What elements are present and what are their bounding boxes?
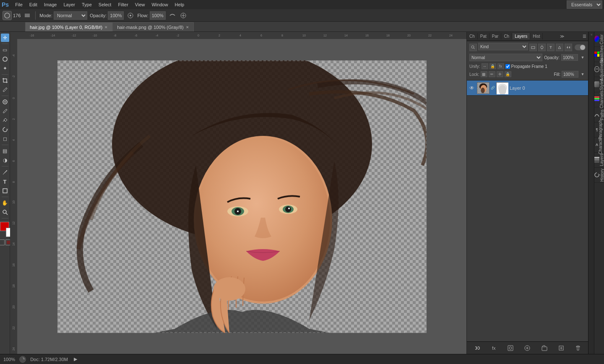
standard-mode[interactable]: [0, 239, 5, 245]
opacity-arrow[interactable]: ▼: [580, 54, 586, 61]
lock-image-btn[interactable]: ✏: [489, 71, 495, 77]
rotate-view-btn[interactable]: [19, 356, 26, 363]
mode-select[interactable]: Normal: [54, 11, 87, 20]
layers-panel-menu[interactable]: ☰: [581, 33, 588, 39]
layers-tab-ch[interactable]: Ch: [467, 33, 478, 39]
tool-brush[interactable]: [1, 107, 9, 115]
layers-tab-hist[interactable]: Hist: [530, 33, 543, 39]
unify-pos-btn[interactable]: ↔: [482, 63, 488, 69]
menu-layer[interactable]: Layer: [60, 1, 78, 8]
sidebar-panel-channels[interactable]: Channels: [594, 92, 604, 107]
tool-hand[interactable]: ✋: [1, 199, 9, 207]
sidebar-panel-history[interactable]: History: [594, 168, 604, 183]
tool-shape[interactable]: [1, 187, 9, 195]
sidebar-panel-character[interactable]: A Character: [594, 138, 604, 153]
panel-collapse-btn[interactable]: «: [588, 32, 594, 354]
sidebar-panel-color[interactable]: Color: [594, 32, 604, 47]
tool-eraser[interactable]: ◻: [1, 135, 9, 143]
sidebar-panel-paragraph[interactable]: ¶ Paragraph: [594, 122, 604, 138]
tab-close-0[interactable]: ✕: [104, 25, 108, 29]
smooth-btn[interactable]: [168, 11, 177, 20]
filter-toggle[interactable]: [575, 44, 586, 50]
tool-gradient[interactable]: ▤: [1, 147, 9, 155]
tool-history-brush[interactable]: [1, 125, 9, 134]
add-style-btn[interactable]: fx: [489, 344, 498, 352]
tool-clone-stamp[interactable]: [1, 116, 9, 125]
filter-shape-icon[interactable]: [556, 44, 563, 51]
layers-tab-par[interactable]: Par: [489, 33, 502, 39]
layer-item-0[interactable]: 👁: [467, 81, 588, 96]
filter-type-icon2[interactable]: T: [547, 44, 555, 51]
tool-spot-heal[interactable]: [1, 98, 9, 106]
new-layer-btn[interactable]: [557, 344, 565, 352]
sidebar-panel-adjustments[interactable]: Adjustments: [594, 62, 604, 77]
filter-kind-select[interactable]: Kind: [478, 43, 528, 50]
new-group-btn[interactable]: [540, 344, 549, 352]
tool-eyedropper[interactable]: [1, 86, 9, 94]
tab-close-1[interactable]: ✕: [186, 25, 189, 29]
pressure-btn[interactable]: [179, 11, 187, 20]
layers-tab-ch2[interactable]: Ch: [501, 33, 512, 39]
tool-dodge[interactable]: ◑: [1, 156, 9, 164]
link-layers-btn[interactable]: [473, 344, 481, 352]
add-mask-btn[interactable]: [506, 344, 515, 352]
svg-text:4: 4: [240, 34, 241, 37]
lock-position-btn[interactable]: ✛: [497, 71, 503, 77]
layers-tab-overflow[interactable]: ≫: [558, 33, 566, 39]
airbrush-toggle[interactable]: [126, 11, 135, 20]
lock-all-btn[interactable]: 🔒: [505, 71, 511, 77]
blend-mode-select[interactable]: Normal: [469, 54, 542, 61]
menu-window[interactable]: Window: [148, 1, 171, 8]
brush-preset-picker[interactable]: 176: [3, 11, 21, 20]
menu-file[interactable]: File: [12, 1, 26, 8]
sidebar-panel-styles[interactable]: Styles: [594, 77, 604, 92]
brush-size-icon[interactable]: [3, 11, 12, 20]
tool-move[interactable]: ✛: [1, 34, 9, 42]
menu-image[interactable]: Image: [41, 1, 60, 8]
tool-marquee-rect[interactable]: ▭: [1, 46, 9, 54]
lock-transparent-btn[interactable]: ▩: [481, 71, 487, 77]
layers-tab-pat[interactable]: Pat: [478, 33, 489, 39]
tool-magic-wand[interactable]: ✦: [1, 64, 9, 73]
filter-adjust-icon[interactable]: [538, 44, 546, 51]
fill-value-display[interactable]: 100%: [562, 71, 578, 78]
doc-info-arrow[interactable]: ▶: [72, 356, 79, 363]
workspace-selector[interactable]: Essentials: [567, 0, 602, 9]
sidebar-panel-layers[interactable]: Layers: [594, 153, 604, 168]
layers-list[interactable]: 👁: [467, 81, 588, 341]
tool-pen[interactable]: [1, 168, 9, 177]
opacity-input-wrapper[interactable]: 100%: [108, 11, 124, 20]
propagate-checkbox[interactable]: [505, 64, 510, 69]
tab-hair-jpg[interactable]: hair.jpg @ 100% (Layer 0, RGB/8#) ✕: [25, 22, 112, 31]
tool-type[interactable]: T: [1, 177, 9, 186]
brush-options-btn[interactable]: [23, 11, 31, 20]
canvas-content[interactable]: [17, 39, 466, 354]
filter-sm-icon[interactable]: [565, 44, 572, 51]
filter-type-icon[interactable]: [469, 44, 477, 51]
tool-zoom[interactable]: [1, 208, 9, 216]
tab-mask-png[interactable]: hair-mask.png @ 100% (Gray/8) ✕: [112, 22, 194, 31]
fill-value: 100%: [563, 72, 574, 77]
tool-lasso[interactable]: [1, 55, 9, 63]
layer-mask-0[interactable]: [496, 82, 508, 94]
unify-style-btn[interactable]: fx: [497, 63, 504, 69]
menu-help[interactable]: Help: [172, 1, 187, 8]
tool-crop[interactable]: [1, 76, 9, 85]
menu-select[interactable]: Select: [96, 1, 115, 8]
menu-filter[interactable]: Filter: [115, 1, 131, 8]
layer-eye-0[interactable]: 👁: [469, 85, 475, 91]
unify-lock-btn[interactable]: 🔒: [489, 63, 496, 69]
doc-info: Doc: 1.72M/2.30M: [30, 357, 68, 362]
new-fill-btn[interactable]: [523, 344, 531, 352]
filter-pixel-icon[interactable]: [529, 44, 537, 51]
menu-edit[interactable]: Edit: [26, 1, 40, 8]
layers-tab-layers[interactable]: Layers: [512, 33, 530, 39]
layer-link-icon-0[interactable]: 🔗: [491, 86, 495, 90]
fill-arrow[interactable]: ▼: [580, 71, 586, 78]
menu-view[interactable]: View: [132, 1, 148, 8]
canvas-area[interactable]: -16 -14 -12 -10 -8 -6 -4 -2 0 2 4 6 8 10…: [10, 32, 466, 354]
opacity-value-display[interactable]: 100%: [561, 54, 578, 61]
menu-type[interactable]: Type: [79, 1, 95, 8]
flow-input-wrapper[interactable]: 100%: [150, 11, 166, 20]
delete-layer-btn[interactable]: [574, 344, 582, 352]
